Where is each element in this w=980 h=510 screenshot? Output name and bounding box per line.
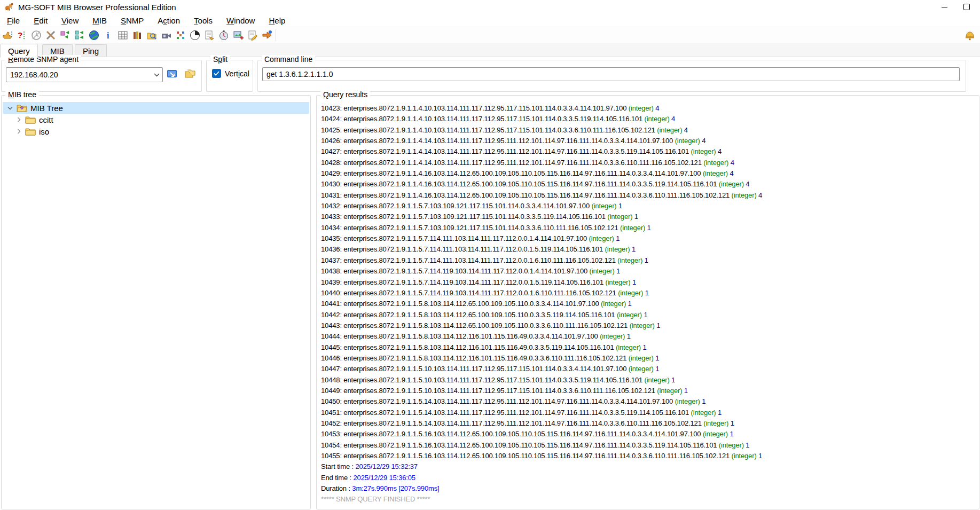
menu-item-help[interactable]: Help bbox=[262, 15, 292, 26]
mib-tree-group: MIB tree MIB Treeccittiso bbox=[1, 95, 311, 509]
pie-chart-icon bbox=[189, 29, 201, 41]
command-line-input[interactable] bbox=[262, 67, 960, 81]
menu-item-window[interactable]: Window bbox=[219, 15, 262, 26]
scatter-dots-button[interactable] bbox=[173, 28, 187, 42]
result-type: (integer) bbox=[691, 147, 716, 155]
trap-camera-icon bbox=[160, 29, 172, 41]
result-type: (integer) bbox=[703, 430, 728, 438]
footer-end-time-value: 2025/12/29 15:36:05 bbox=[354, 474, 415, 482]
result-type: (integer) bbox=[620, 224, 645, 232]
result-oid: enterprises.8072.1.9.1.1.4.10.103.114.11… bbox=[343, 104, 628, 112]
menu-item-tools[interactable]: Tools bbox=[187, 15, 219, 26]
search-folder-button[interactable] bbox=[144, 28, 159, 42]
tree-expand-icon[interactable] bbox=[14, 117, 23, 122]
menu-item-edit[interactable]: Edit bbox=[27, 15, 54, 26]
result-type: (integer) bbox=[691, 409, 716, 417]
result-oid: enterprises.8072.1.9.1.1.5.7.114.119.103… bbox=[343, 278, 605, 286]
result-value: 1 bbox=[645, 224, 651, 232]
menu-item-action[interactable]: Action bbox=[151, 15, 187, 26]
result-index: 10432: bbox=[321, 202, 343, 210]
result-oid: enterprises.8072.1.9.1.1.5.8.103.114.112… bbox=[343, 311, 617, 319]
result-row: 10452: enterprises.8072.1.9.1.1.5.14.103… bbox=[321, 418, 977, 429]
edit-page-button[interactable] bbox=[245, 28, 260, 42]
result-type: (integer) bbox=[732, 452, 757, 460]
footer-end-time: End time : 2025/12/29 15:36:05 bbox=[321, 473, 977, 483]
result-row: 10431: enterprises.8072.1.9.1.1.4.16.103… bbox=[321, 190, 977, 201]
agent-address-combobox[interactable]: 192.168.40.20 bbox=[6, 67, 163, 82]
result-oid: enterprises.8072.1.9.1.1.5.8.103.114.112… bbox=[343, 332, 600, 340]
tree-node-ccitt[interactable]: ccitt bbox=[3, 114, 309, 125]
menu-item-snmp[interactable]: SNMP bbox=[114, 15, 151, 26]
result-value: 4 bbox=[654, 104, 660, 112]
address-book-icon bbox=[184, 68, 196, 80]
result-type: (integer) bbox=[645, 115, 670, 123]
table-walk-button[interactable] bbox=[72, 28, 87, 42]
result-type: (integer) bbox=[605, 278, 630, 286]
tab-query[interactable]: Query bbox=[0, 44, 38, 58]
result-index: 10441: bbox=[321, 300, 343, 308]
footer-start-time: Start time : 2025/12/29 15:32:37 bbox=[321, 461, 977, 472]
result-index: 10437: bbox=[321, 256, 343, 264]
result-value: 1 bbox=[632, 213, 638, 221]
menu-item-view[interactable]: View bbox=[54, 15, 85, 26]
vertical-checkbox[interactable] bbox=[212, 69, 221, 78]
open-folder-icon bbox=[17, 104, 27, 112]
tree-root-row[interactable]: MIB Tree bbox=[3, 102, 309, 114]
table-grid-button[interactable] bbox=[115, 28, 130, 42]
result-value: 1 bbox=[654, 354, 660, 362]
tree-expand-icon[interactable] bbox=[14, 129, 23, 134]
stop-clock-button[interactable] bbox=[29, 28, 43, 42]
pie-chart-button[interactable] bbox=[187, 28, 202, 42]
menu-item-file[interactable]: File bbox=[0, 15, 27, 26]
result-oid: enterprises.8072.1.9.1.1.5.10.103.114.11… bbox=[343, 387, 657, 395]
result-oid: enterprises.8072.1.9.1.1.5.8.103.114.112… bbox=[343, 321, 629, 329]
result-row: 10454: enterprises.8072.1.9.1.1.5.16.103… bbox=[321, 440, 977, 451]
result-value: 1 bbox=[642, 311, 648, 319]
trap-monitor-button[interactable] bbox=[962, 28, 977, 42]
result-row: 10435: enterprises.8072.1.9.1.1.5.7.114.… bbox=[321, 233, 977, 244]
footer-duration-value: 3m:27s.990ms [207s.990ms] bbox=[352, 484, 439, 492]
result-oid: enterprises.8072.1.9.1.1.5.14.103.114.11… bbox=[343, 419, 703, 427]
stopwatch-button[interactable] bbox=[216, 28, 231, 42]
exit-arrow-button[interactable] bbox=[260, 28, 274, 42]
result-row: 10428: enterprises.8072.1.9.1.1.4.14.103… bbox=[321, 158, 977, 168]
result-row: 10446: enterprises.8072.1.9.1.1.5.8.103.… bbox=[321, 353, 977, 364]
result-index: 10450: bbox=[321, 397, 343, 405]
address-book-button[interactable] bbox=[183, 67, 197, 81]
image-add-icon bbox=[232, 29, 244, 41]
result-oid: enterprises.8072.1.9.1.1.5.10.103.114.11… bbox=[343, 365, 628, 373]
remote-screen-button[interactable] bbox=[165, 67, 179, 81]
trap-camera-button[interactable] bbox=[159, 28, 173, 42]
menu-bar: FileEditViewMIBSNMPActionToolsWindowHelp bbox=[0, 14, 980, 27]
result-row: 10424: enterprises.8072.1.9.1.1.4.10.103… bbox=[321, 114, 977, 124]
result-oid: enterprises.8072.1.9.1.1.5.7.103.109.121… bbox=[343, 202, 591, 210]
result-type: (integer) bbox=[600, 332, 625, 340]
send-document-button[interactable] bbox=[202, 28, 216, 42]
globe-button[interactable] bbox=[87, 28, 101, 42]
tree-node-iso[interactable]: iso bbox=[3, 125, 309, 137]
app-logo-icon bbox=[4, 2, 14, 12]
result-value: 1 bbox=[630, 278, 636, 286]
tree-collapse-icon[interactable] bbox=[6, 106, 14, 110]
result-row: 10455: enterprises.8072.1.9.1.1.5.16.103… bbox=[321, 451, 977, 461]
result-index: 10440: bbox=[321, 289, 343, 297]
result-index: 10423: bbox=[321, 104, 343, 112]
result-type: (integer) bbox=[719, 180, 744, 188]
mib-books-button[interactable] bbox=[130, 28, 144, 42]
folder-icon bbox=[25, 127, 36, 136]
result-value: 4 bbox=[670, 115, 676, 123]
result-oid: enterprises.8072.1.9.1.1.4.10.103.114.11… bbox=[343, 115, 644, 123]
query-results-group: Query results 10423: enterprises.8072.1.… bbox=[316, 95, 979, 509]
query-help-button[interactable]: ? bbox=[14, 28, 29, 42]
open-session-button[interactable] bbox=[0, 28, 14, 42]
info-button[interactable]: i bbox=[101, 28, 115, 42]
maximize-icon bbox=[963, 4, 970, 10]
maximize-button[interactable] bbox=[955, 0, 978, 14]
minimize-button[interactable] bbox=[933, 0, 955, 14]
result-type: (integer) bbox=[629, 365, 654, 373]
image-add-button[interactable] bbox=[231, 28, 245, 42]
title-bar: MG-SOFT MIB Browser Professional Edition bbox=[0, 0, 980, 14]
tools-button[interactable] bbox=[43, 28, 58, 42]
walk-button[interactable] bbox=[58, 28, 72, 42]
menu-item-mib[interactable]: MIB bbox=[85, 15, 114, 26]
